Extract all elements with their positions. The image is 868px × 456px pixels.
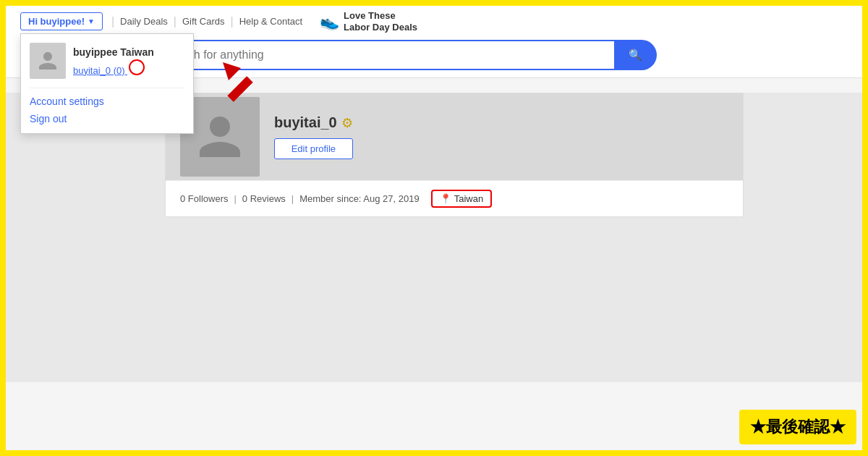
location-badge: 📍 Taiwan <box>431 190 492 208</box>
edit-profile-button[interactable]: Edit profile <box>274 138 353 159</box>
svg-marker-0 <box>223 62 241 80</box>
profile-info: buyitai_0 ⚙ Edit profile <box>274 114 353 159</box>
header-top-bar: Hi buyippee! ▼ | Daily Deals | Gift Card… <box>6 6 862 33</box>
sign-out-link[interactable]: Sign out <box>30 113 184 124</box>
page-container: Hi buyippee! ▼ | Daily Deals | Gift Card… <box>6 6 862 450</box>
dropdown-profile: buyippee Taiwan buyitai_0 (0) <box>30 43 184 79</box>
red-arrow-icon <box>216 55 273 113</box>
daily-deals-link[interactable]: Daily Deals <box>117 16 171 27</box>
profile-settings-icon: ⚙ <box>341 115 353 131</box>
search-button[interactable]: 🔍 <box>614 40 657 70</box>
separator: | <box>174 15 176 28</box>
search-icon: 🔍 <box>629 48 642 61</box>
caret-icon: ▼ <box>88 17 95 25</box>
profile-username: buyitai_0 <box>274 114 337 131</box>
greeting-text: Hi buyippee! <box>28 16 85 27</box>
followers-count: 0 Followers <box>180 193 228 204</box>
member-since: Member since: Aug 27, 2019 <box>299 193 420 204</box>
profile-username-row: buyitai_0 ⚙ <box>274 114 353 131</box>
separator: | <box>292 193 294 204</box>
dropdown-user-info: buyippee Taiwan buyitai_0 (0) <box>73 46 154 76</box>
bottom-annotation: ★最後確認★ <box>739 410 856 444</box>
header-nav: | Daily Deals | Gift Cards | Help & Cont… <box>109 15 305 28</box>
user-dropdown: buyippee Taiwan buyitai_0 (0) Account se… <box>20 33 194 134</box>
help-contact-link[interactable]: Help & Contact <box>237 16 305 27</box>
separator: | <box>234 193 236 204</box>
location-text: Taiwan <box>454 193 483 204</box>
separator: | <box>111 15 114 28</box>
user-silhouette-icon <box>37 50 59 72</box>
promo-line2: Labor Day Deals <box>344 22 417 33</box>
dropdown-userid[interactable]: buyitai_0 (0) <box>73 58 154 76</box>
arrow-annotation <box>216 55 273 116</box>
main-content: buyitai_0 ⚙ Edit profile 0 Followers | 0… <box>6 93 862 382</box>
dropdown-links: Account settings Sign out <box>30 88 184 124</box>
user-greeting-button[interactable]: Hi buyippee! ▼ <box>20 12 103 30</box>
reviews-count: 0 Reviews <box>242 193 286 204</box>
promo-text: Love These Labor Day Deals <box>344 10 417 33</box>
svg-rect-1 <box>227 76 252 101</box>
labor-day-promo[interactable]: 👟 Love These Labor Day Deals <box>320 10 417 33</box>
promo-line1: Love These <box>344 10 417 22</box>
annotation-label: ★最後確認★ <box>750 418 846 436</box>
gift-cards-link[interactable]: Gift Cards <box>179 16 228 27</box>
red-circle-annotation <box>129 59 145 75</box>
shoe-icon: 👟 <box>320 12 339 31</box>
account-settings-link[interactable]: Account settings <box>30 96 184 107</box>
profile-footer: 0 Followers | 0 Reviews | Member since: … <box>166 180 743 216</box>
avatar-small <box>30 43 66 79</box>
location-pin-icon: 📍 <box>440 193 451 204</box>
user-avatar-icon <box>195 111 245 162</box>
dropdown-username: buyippee Taiwan <box>73 46 154 58</box>
separator: | <box>231 15 234 28</box>
